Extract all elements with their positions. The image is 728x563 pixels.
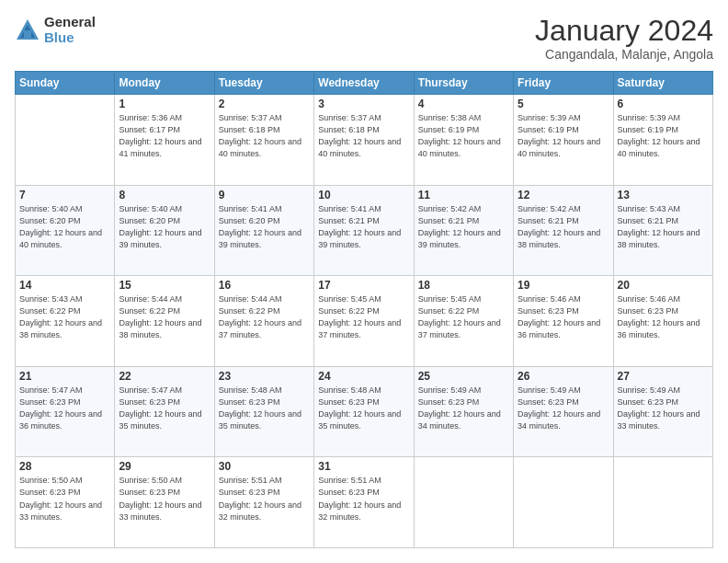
calendar-table: Sunday Monday Tuesday Wednesday Thursday… bbox=[15, 71, 713, 548]
day-number: 25 bbox=[418, 370, 509, 383]
calendar-week-row: 1Sunrise: 5:36 AMSunset: 6:17 PMDaylight… bbox=[16, 95, 713, 186]
table-row: 15Sunrise: 5:44 AMSunset: 6:22 PMDayligh… bbox=[115, 276, 214, 367]
day-info: Sunrise: 5:37 AMSunset: 6:18 PMDaylight:… bbox=[219, 112, 310, 160]
day-info: Sunrise: 5:38 AMSunset: 6:19 PMDaylight:… bbox=[418, 112, 509, 160]
day-info: Sunrise: 5:49 AMSunset: 6:23 PMDaylight:… bbox=[518, 385, 609, 432]
day-number: 23 bbox=[219, 370, 310, 383]
table-row: 14Sunrise: 5:43 AMSunset: 6:22 PMDayligh… bbox=[16, 276, 115, 367]
col-thursday: Thursday bbox=[414, 72, 513, 95]
day-number: 5 bbox=[518, 98, 609, 110]
day-number: 6 bbox=[618, 98, 709, 110]
day-number: 30 bbox=[219, 460, 310, 473]
table-row: 29Sunrise: 5:50 AMSunset: 6:23 PMDayligh… bbox=[115, 457, 214, 548]
table-row bbox=[613, 457, 712, 548]
table-row: 18Sunrise: 5:45 AMSunset: 6:22 PMDayligh… bbox=[414, 276, 513, 367]
day-number: 18 bbox=[418, 279, 509, 292]
day-number: 26 bbox=[518, 370, 609, 383]
month-title: January 2024 bbox=[535, 15, 713, 47]
day-info: Sunrise: 5:42 AMSunset: 6:21 PMDaylight:… bbox=[518, 203, 609, 251]
col-sunday: Sunday bbox=[16, 72, 115, 95]
calendar-week-row: 28Sunrise: 5:50 AMSunset: 6:23 PMDayligh… bbox=[16, 457, 713, 548]
day-info: Sunrise: 5:51 AMSunset: 6:23 PMDaylight:… bbox=[318, 475, 409, 523]
day-info: Sunrise: 5:44 AMSunset: 6:22 PMDaylight:… bbox=[219, 293, 310, 341]
table-row: 30Sunrise: 5:51 AMSunset: 6:23 PMDayligh… bbox=[214, 457, 313, 548]
table-row bbox=[514, 457, 613, 548]
day-info: Sunrise: 5:42 AMSunset: 6:21 PMDaylight:… bbox=[418, 203, 509, 251]
table-row: 25Sunrise: 5:49 AMSunset: 6:23 PMDayligh… bbox=[414, 366, 513, 457]
day-info: Sunrise: 5:51 AMSunset: 6:23 PMDaylight:… bbox=[219, 475, 310, 523]
table-row: 7Sunrise: 5:40 AMSunset: 6:20 PMDaylight… bbox=[16, 185, 115, 276]
table-row: 12Sunrise: 5:42 AMSunset: 6:21 PMDayligh… bbox=[514, 185, 613, 276]
calendar-header-row: Sunday Monday Tuesday Wednesday Thursday… bbox=[16, 72, 713, 95]
day-info: Sunrise: 5:49 AMSunset: 6:23 PMDaylight:… bbox=[418, 385, 509, 432]
table-row: 27Sunrise: 5:49 AMSunset: 6:23 PMDayligh… bbox=[613, 366, 712, 457]
calendar-week-row: 14Sunrise: 5:43 AMSunset: 6:22 PMDayligh… bbox=[16, 276, 713, 367]
table-row: 21Sunrise: 5:47 AMSunset: 6:23 PMDayligh… bbox=[16, 366, 115, 457]
day-info: Sunrise: 5:47 AMSunset: 6:23 PMDaylight:… bbox=[119, 385, 210, 432]
day-info: Sunrise: 5:37 AMSunset: 6:18 PMDaylight:… bbox=[318, 112, 409, 160]
day-info: Sunrise: 5:50 AMSunset: 6:23 PMDaylight:… bbox=[19, 475, 110, 523]
calendar-week-row: 7Sunrise: 5:40 AMSunset: 6:20 PMDaylight… bbox=[16, 185, 713, 276]
logo-blue-text: Blue bbox=[44, 30, 96, 46]
day-info: Sunrise: 5:39 AMSunset: 6:19 PMDaylight:… bbox=[518, 112, 609, 160]
col-saturday: Saturday bbox=[613, 72, 712, 95]
day-number: 19 bbox=[518, 279, 609, 292]
day-info: Sunrise: 5:46 AMSunset: 6:23 PMDaylight:… bbox=[518, 293, 609, 341]
day-number: 31 bbox=[318, 460, 409, 473]
day-number: 27 bbox=[618, 370, 709, 383]
table-row: 17Sunrise: 5:45 AMSunset: 6:22 PMDayligh… bbox=[314, 276, 414, 367]
day-number: 4 bbox=[418, 98, 509, 110]
table-row: 16Sunrise: 5:44 AMSunset: 6:22 PMDayligh… bbox=[214, 276, 313, 367]
table-row: 9Sunrise: 5:41 AMSunset: 6:20 PMDaylight… bbox=[214, 185, 313, 276]
table-row: 6Sunrise: 5:39 AMSunset: 6:19 PMDaylight… bbox=[613, 95, 712, 186]
day-number: 24 bbox=[318, 370, 409, 383]
day-info: Sunrise: 5:48 AMSunset: 6:23 PMDaylight:… bbox=[318, 385, 409, 432]
table-row: 3Sunrise: 5:37 AMSunset: 6:18 PMDaylight… bbox=[314, 95, 414, 186]
day-number: 2 bbox=[219, 98, 310, 110]
day-number: 11 bbox=[418, 189, 509, 201]
day-number: 29 bbox=[119, 460, 210, 473]
col-friday: Friday bbox=[514, 72, 613, 95]
table-row: 24Sunrise: 5:48 AMSunset: 6:23 PMDayligh… bbox=[314, 366, 414, 457]
day-number: 7 bbox=[19, 189, 110, 201]
location-subtitle: Cangandala, Malanje, Angola bbox=[535, 47, 713, 62]
day-number: 14 bbox=[19, 279, 110, 292]
table-row: 4Sunrise: 5:38 AMSunset: 6:19 PMDaylight… bbox=[414, 95, 513, 186]
day-number: 3 bbox=[318, 98, 409, 110]
day-number: 13 bbox=[618, 189, 709, 201]
day-info: Sunrise: 5:46 AMSunset: 6:23 PMDaylight:… bbox=[618, 293, 709, 341]
table-row: 22Sunrise: 5:47 AMSunset: 6:23 PMDayligh… bbox=[115, 366, 214, 457]
day-number: 16 bbox=[219, 279, 310, 292]
day-info: Sunrise: 5:44 AMSunset: 6:22 PMDaylight:… bbox=[119, 293, 210, 341]
day-info: Sunrise: 5:48 AMSunset: 6:23 PMDaylight:… bbox=[219, 385, 310, 432]
table-row: 26Sunrise: 5:49 AMSunset: 6:23 PMDayligh… bbox=[514, 366, 613, 457]
day-info: Sunrise: 5:45 AMSunset: 6:22 PMDaylight:… bbox=[318, 293, 409, 341]
logo-general-text: General bbox=[44, 15, 96, 30]
day-number: 22 bbox=[119, 370, 210, 383]
day-number: 15 bbox=[119, 279, 210, 292]
table-row: 10Sunrise: 5:41 AMSunset: 6:21 PMDayligh… bbox=[314, 185, 414, 276]
day-number: 21 bbox=[19, 370, 110, 383]
day-info: Sunrise: 5:43 AMSunset: 6:21 PMDaylight:… bbox=[618, 203, 709, 251]
day-info: Sunrise: 5:45 AMSunset: 6:22 PMDaylight:… bbox=[418, 293, 509, 341]
day-info: Sunrise: 5:36 AMSunset: 6:17 PMDaylight:… bbox=[119, 112, 210, 160]
day-info: Sunrise: 5:41 AMSunset: 6:21 PMDaylight:… bbox=[318, 203, 409, 251]
day-info: Sunrise: 5:47 AMSunset: 6:23 PMDaylight:… bbox=[19, 385, 110, 432]
day-number: 10 bbox=[318, 189, 409, 201]
day-info: Sunrise: 5:49 AMSunset: 6:23 PMDaylight:… bbox=[618, 385, 709, 432]
table-row: 20Sunrise: 5:46 AMSunset: 6:23 PMDayligh… bbox=[613, 276, 712, 367]
day-info: Sunrise: 5:43 AMSunset: 6:22 PMDaylight:… bbox=[19, 293, 110, 341]
table-row: 31Sunrise: 5:51 AMSunset: 6:23 PMDayligh… bbox=[314, 457, 414, 548]
day-info: Sunrise: 5:39 AMSunset: 6:19 PMDaylight:… bbox=[618, 112, 709, 160]
day-info: Sunrise: 5:40 AMSunset: 6:20 PMDaylight:… bbox=[19, 203, 110, 251]
day-number: 17 bbox=[318, 279, 409, 292]
col-wednesday: Wednesday bbox=[314, 72, 414, 95]
table-row: 1Sunrise: 5:36 AMSunset: 6:17 PMDaylight… bbox=[115, 95, 214, 186]
table-row: 13Sunrise: 5:43 AMSunset: 6:21 PMDayligh… bbox=[613, 185, 712, 276]
svg-rect-2 bbox=[24, 30, 31, 38]
table-row bbox=[414, 457, 513, 548]
day-info: Sunrise: 5:40 AMSunset: 6:20 PMDaylight:… bbox=[119, 203, 210, 251]
day-info: Sunrise: 5:41 AMSunset: 6:20 PMDaylight:… bbox=[219, 203, 310, 251]
day-number: 9 bbox=[219, 189, 310, 201]
col-tuesday: Tuesday bbox=[214, 72, 313, 95]
